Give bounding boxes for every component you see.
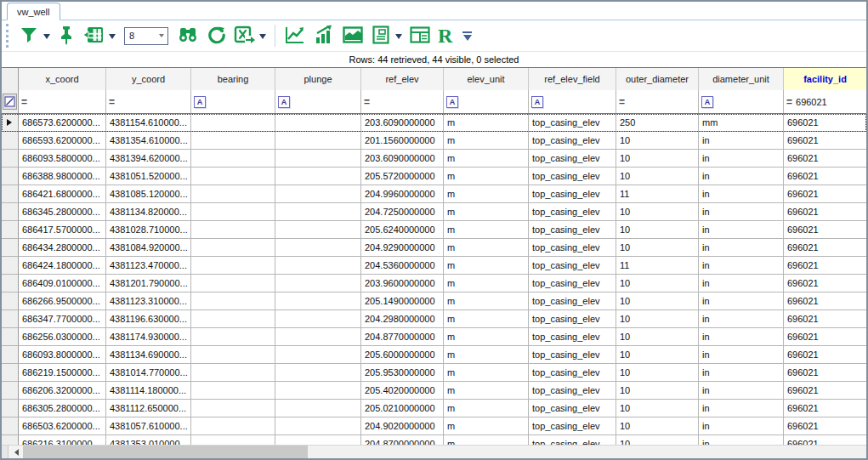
column-header-bearing[interactable]: bearing [191,68,275,90]
equals-operator-icon[interactable]: = [619,96,625,108]
scroll-left-button[interactable] [9,446,23,459]
cell-y_coord[interactable]: 4381154.610000... [106,114,191,132]
cell-facility_id[interactable]: 696021 [784,310,866,328]
row-selector-cell[interactable] [2,114,19,132]
cell-facility_id[interactable]: 696021 [784,346,866,364]
cell-outer_diameter[interactable]: 10 [616,168,699,185]
cell-y_coord[interactable]: 4381084.920000... [106,239,191,257]
row-selector-cell[interactable] [2,417,19,435]
row-selector-cell[interactable] [2,257,19,275]
cell-facility_id[interactable]: 696021 [784,114,866,132]
cell-ref_elev[interactable]: 204.7250000000 [361,203,444,221]
cell-facility_id[interactable]: 696021 [784,203,866,221]
cell-outer_diameter[interactable]: 10 [616,275,699,292]
cell-ref_elev_field[interactable]: top_casing_elev [529,114,616,132]
cell-plunge[interactable] [275,221,361,239]
row-selector-cell[interactable] [2,185,19,203]
cell-diameter_unit[interactable]: in [699,257,784,275]
cell-diameter_unit[interactable]: in [699,168,784,185]
cell-x_coord[interactable]: 686388.9800000... [19,168,106,185]
cell-y_coord[interactable]: 4381196.630000... [106,310,191,328]
cell-y_coord[interactable]: 4381123.470000... [106,257,191,275]
filter-cell-ref_elev_field[interactable]: A [529,90,616,113]
cell-facility_id[interactable]: 696021 [784,168,866,185]
cell-ref_elev[interactable]: 205.4020000000 [361,382,444,400]
cell-bearing[interactable] [191,364,275,382]
cell-diameter_unit[interactable]: in [699,364,784,382]
cell-ref_elev[interactable]: 203.9600000000 [361,275,444,292]
cell-y_coord[interactable]: 4381014.770000... [106,364,191,382]
cell-x_coord[interactable]: 686216.3100000... [19,435,106,445]
cell-facility_id[interactable]: 696021 [784,435,866,445]
filter-cell-y_coord[interactable]: = [106,90,191,113]
cell-plunge[interactable] [275,346,361,364]
row-selector-cell[interactable] [2,292,19,310]
cell-elev_unit[interactable]: m [444,168,529,185]
cell-x_coord[interactable]: 686434.2800000... [19,239,106,257]
cell-bearing[interactable] [191,203,275,221]
cell-diameter_unit[interactable]: in [699,310,784,328]
cell-diameter_unit[interactable]: in [699,400,784,417]
cell-ref_elev[interactable]: 205.0210000000 [361,400,444,417]
cell-y_coord[interactable]: 4381394.620000... [106,150,191,168]
column-header-x_coord[interactable]: x_coord [19,68,106,90]
cell-ref_elev[interactable]: 203.6090000000 [361,150,444,168]
cell-ref_elev[interactable]: 201.1560000000 [361,132,444,150]
text-operator-icon[interactable]: A [531,96,543,108]
cell-diameter_unit[interactable]: in [699,132,784,150]
cell-diameter_unit[interactable]: in [699,239,784,257]
filter-button[interactable] [18,24,40,48]
cell-x_coord[interactable]: 686593.6200000... [19,132,106,150]
cell-y_coord[interactable]: 4381201.790000... [106,275,191,292]
cell-plunge[interactable] [275,168,361,185]
cell-facility_id[interactable]: 696021 [784,150,866,168]
cell-ref_elev_field[interactable]: top_casing_elev [529,417,616,435]
cell-y_coord[interactable]: 4381114.180000... [106,382,191,400]
cell-y_coord[interactable]: 4381123.310000... [106,292,191,310]
row-selector-cell[interactable] [2,275,19,292]
cell-facility_id[interactable]: 696021 [784,275,866,292]
cell-plunge[interactable] [275,150,361,168]
cell-plunge[interactable] [275,114,361,132]
equals-operator-icon[interactable]: = [109,96,115,108]
cell-elev_unit[interactable]: m [444,114,529,132]
cell-plunge[interactable] [275,400,361,417]
cell-bearing[interactable] [191,221,275,239]
cell-outer_diameter[interactable]: 10 [616,239,699,257]
pin-button[interactable] [56,24,77,48]
cell-ref_elev_field[interactable]: top_casing_elev [529,150,616,168]
freeze-columns-dropdown-arrow[interactable] [109,34,116,43]
cell-ref_elev_field[interactable]: top_casing_elev [529,382,616,400]
cell-facility_id[interactable]: 696021 [784,292,866,310]
cell-plunge[interactable] [275,417,361,435]
cell-ref_elev_field[interactable]: top_casing_elev [529,275,616,292]
cell-elev_unit[interactable]: m [444,435,529,445]
cell-plunge[interactable] [275,382,361,400]
cell-diameter_unit[interactable]: in [699,221,784,239]
cell-bearing[interactable] [191,346,275,364]
cell-bearing[interactable] [191,185,275,203]
filter-cell-diameter_unit[interactable]: A [699,90,784,113]
cell-elev_unit[interactable]: m [444,417,529,435]
cell-elev_unit[interactable]: m [444,239,529,257]
cell-ref_elev_field[interactable]: top_casing_elev [529,364,616,382]
cell-y_coord[interactable]: 4381134.690000... [106,346,191,364]
cell-bearing[interactable] [191,435,275,445]
cell-diameter_unit[interactable]: in [699,435,784,445]
cell-elev_unit[interactable]: m [444,292,529,310]
cell-ref_elev[interactable]: 204.5360000000 [361,257,444,275]
cell-diameter_unit[interactable]: mm [699,114,784,132]
cell-plunge[interactable] [275,328,361,346]
cell-y_coord[interactable]: 4381051.520000... [106,168,191,185]
cell-ref_elev_field[interactable]: top_casing_elev [529,132,616,150]
filter-cell-bearing[interactable]: A [191,90,275,113]
cell-bearing[interactable] [191,275,275,292]
text-operator-icon[interactable]: A [701,96,713,108]
cell-plunge[interactable] [275,275,361,292]
column-header-facility_id[interactable]: facility_id [784,68,866,90]
layout-button[interactable] [408,24,432,48]
cell-y_coord[interactable]: 4381174.930000... [106,328,191,346]
horizontal-scrollbar[interactable] [2,445,866,459]
cell-ref_elev[interactable]: 203.6090000000 [361,114,444,132]
cell-diameter_unit[interactable]: in [699,417,784,435]
